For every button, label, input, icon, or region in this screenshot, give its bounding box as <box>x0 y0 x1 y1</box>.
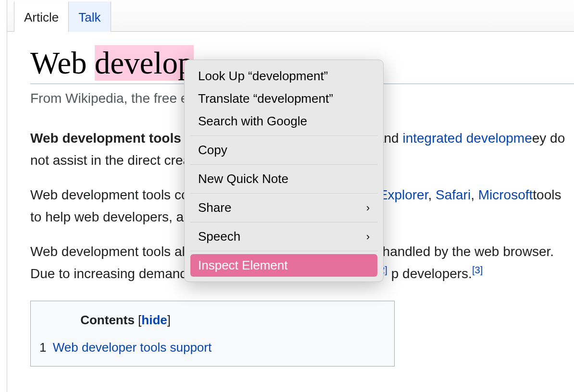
context-menu: Look Up “development” Translate “develop… <box>184 60 384 282</box>
para1-strong1: Web development tools <box>30 131 181 146</box>
ref-3[interactable]: [3] <box>472 265 483 275</box>
menu-search-google[interactable]: Search with Google <box>190 110 377 133</box>
menu-separator <box>190 193 377 194</box>
toc-title: Contents [hide] <box>39 310 212 331</box>
menu-speech[interactable]: Speech› <box>190 225 377 248</box>
menu-share[interactable]: Share› <box>190 196 377 219</box>
menu-copy[interactable]: Copy <box>190 139 377 161</box>
title-highlighted-selection[interactable]: develop <box>95 45 194 81</box>
menu-new-quick-note[interactable]: New Quick Note <box>190 168 377 190</box>
toc-hide-link[interactable]: hide <box>141 313 167 327</box>
title-pre: Web <box>30 46 95 80</box>
toc-item-1[interactable]: Web developer tools support <box>53 340 212 355</box>
menu-separator <box>190 222 377 222</box>
chevron-right-icon: › <box>366 202 370 214</box>
table-of-contents: Contents [hide] 1 Web developer tools su… <box>30 301 395 367</box>
toc-list: 1 Web developer tools support <box>39 337 212 358</box>
toc-num-1: 1 <box>39 340 46 355</box>
link-safari[interactable]: Safari <box>436 187 471 202</box>
tab-article[interactable]: Article <box>14 1 69 32</box>
menu-separator <box>190 135 377 136</box>
chevron-right-icon: › <box>366 231 370 243</box>
menu-translate[interactable]: Translate “development” <box>190 87 377 110</box>
tabs-bar: Article Talk <box>7 0 574 32</box>
menu-look-up[interactable]: Look Up “development” <box>190 65 377 87</box>
menu-inspect-element[interactable]: Inspect Element <box>190 254 377 277</box>
link-explorer[interactable]: Explorer <box>379 187 428 202</box>
link-integrated-development[interactable]: integrated developme <box>402 131 532 146</box>
link-microsoft[interactable]: Microsoft <box>478 187 533 202</box>
menu-separator <box>190 251 377 251</box>
menu-separator <box>190 164 377 165</box>
tab-talk[interactable]: Talk <box>68 1 111 32</box>
